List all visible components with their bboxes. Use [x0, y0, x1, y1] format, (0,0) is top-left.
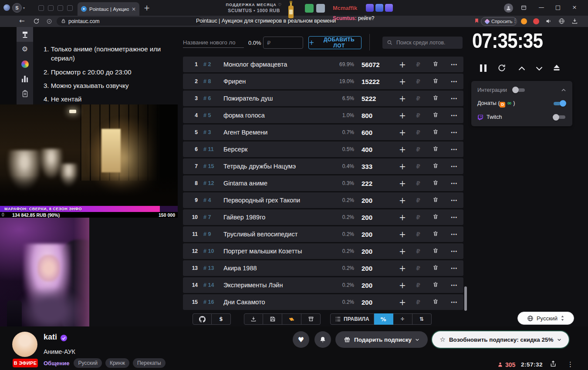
lot-more-button[interactable]: •••	[445, 164, 463, 169]
lot-row[interactable]: 8 # 12 Gintama аниме 0.3% 222 + ₽ •••	[183, 175, 463, 191]
pinned-icon[interactable]	[57, 5, 63, 11]
stream-tag[interactable]: Перекаты	[133, 358, 166, 368]
delete-lot-button[interactable]	[426, 298, 445, 306]
lot-more-button[interactable]: •••	[445, 215, 463, 220]
lot-more-button[interactable]: •••	[445, 300, 463, 305]
extension-icon[interactable]	[533, 18, 539, 24]
lot-row[interactable]: 14 # 14 Эксперименты Лэйн 0.2% 200 + ₽ •…	[183, 277, 463, 293]
lot-row[interactable]: 1 # 2 Монолог фармацевта 69.9% 56072 + ₽…	[183, 57, 463, 72]
close-button[interactable]: ×	[568, 4, 581, 10]
delete-lot-button[interactable]	[426, 281, 445, 289]
sidebar-item-wheel[interactable]	[17, 57, 33, 71]
timer-pause-button[interactable]	[480, 64, 487, 73]
download-icon[interactable]	[571, 18, 578, 26]
kebab-menu-icon[interactable]: ⋮	[512, 17, 518, 24]
collapse-button[interactable]	[561, 87, 566, 93]
bookmark-icon[interactable]	[474, 17, 480, 25]
lot-more-button[interactable]: •••	[445, 232, 463, 237]
back-button[interactable]: ←	[19, 17, 25, 25]
delete-lot-button[interactable]	[426, 94, 445, 102]
currency-button[interactable]: ₽	[410, 112, 426, 119]
delete-lot-button[interactable]	[426, 111, 445, 119]
timer-up-button[interactable]	[517, 66, 526, 73]
github-button[interactable]	[193, 313, 212, 325]
currency-button[interactable]: ₽	[410, 163, 426, 170]
lot-more-button[interactable]: •••	[445, 79, 463, 84]
share-icon[interactable]	[550, 360, 557, 369]
currency-button[interactable]: ₽	[410, 282, 426, 289]
timer-eject-button[interactable]	[552, 64, 561, 73]
timer-restart-button[interactable]	[497, 64, 506, 74]
language-select[interactable]: Русский	[517, 312, 574, 325]
delete-lot-button[interactable]	[426, 61, 445, 68]
delete-lot-button[interactable]	[426, 77, 445, 85]
donations-toggle[interactable]	[553, 100, 566, 107]
scrollbar-thumb[interactable]	[464, 286, 467, 311]
new-lot-name-input[interactable]	[183, 37, 244, 48]
pinned-icon[interactable]	[48, 5, 54, 11]
currency-button[interactable]: ₽	[410, 129, 426, 136]
delete-lot-button[interactable]	[426, 264, 445, 272]
currency-button[interactable]: ₽	[410, 146, 426, 153]
lot-row[interactable]: 10 # 7 Гайвер 1989го 0.2% 200 + ₽ •••	[183, 209, 463, 225]
add-bid-button[interactable]: +	[395, 145, 410, 154]
tab-layout-icon[interactable]	[521, 5, 527, 12]
delete-lot-button[interactable]	[426, 128, 445, 136]
lot-row[interactable]: 5 # 3 Агент Времени 0.7% 600 + ₽ •••	[183, 124, 463, 140]
channel-avatar[interactable]	[12, 332, 37, 357]
donate-button[interactable]: $	[212, 313, 231, 325]
rules-button[interactable]: ПРАВИЛА	[330, 313, 374, 325]
download-lots-button[interactable]	[244, 313, 263, 325]
lot-row[interactable]: 9 # 4 Первородный грех Такопи 0.2% 200 +…	[183, 192, 463, 208]
address-bar[interactable]: pointauc.com	[57, 17, 202, 26]
lot-row[interactable]: 2 # 8 Фрирен 19.0% 15222 + ₽ •••	[183, 74, 463, 89]
sort-button[interactable]: ⇅	[412, 313, 432, 325]
lot-more-button[interactable]: •••	[445, 266, 463, 271]
add-bid-button[interactable]: +	[395, 212, 410, 222]
divide-button[interactable]: ÷	[393, 313, 412, 325]
lot-more-button[interactable]: •••	[445, 181, 463, 186]
currency-button[interactable]: ₽	[410, 248, 426, 255]
lot-more-button[interactable]: •••	[445, 96, 463, 101]
lot-more-button[interactable]: •••	[445, 147, 463, 152]
currency-button[interactable]: ₽	[410, 265, 426, 272]
add-lot-button[interactable]: + ДОБАВИТЬ ЛОТ	[308, 36, 362, 49]
delete-lot-button[interactable]	[426, 230, 445, 238]
stream-tag[interactable]: Кринж	[105, 358, 129, 368]
currency-button[interactable]: ₽	[410, 299, 426, 306]
lot-row[interactable]: 3 # 6 Пожиратель душ 6.5% 5222 + ₽ •••	[183, 91, 463, 106]
lot-search-input[interactable]	[396, 40, 457, 46]
ask-button[interactable]: Спросить	[481, 17, 517, 26]
lot-search[interactable]	[382, 37, 463, 49]
add-bid-button[interactable]: +	[395, 60, 410, 69]
currency-button[interactable]: ₽	[410, 214, 426, 221]
lot-row[interactable]: 11 # 9 Трусливый велосипедист 0.2% 200 +…	[183, 226, 463, 242]
new-lot-amount-input[interactable]	[263, 37, 303, 49]
category-link[interactable]: Общение	[44, 360, 69, 367]
tab-close-icon[interactable]: ×	[132, 6, 136, 12]
percent-mode-button[interactable]: %	[374, 313, 393, 325]
sidebar-item-settings[interactable]: ⚙	[17, 42, 33, 57]
delete-lot-button[interactable]	[426, 162, 445, 170]
add-bid-button[interactable]: +	[395, 128, 410, 137]
delete-lot-button[interactable]	[426, 247, 445, 255]
new-tab-button[interactable]: +	[144, 3, 150, 12]
maximize-button[interactable]: □	[551, 4, 564, 10]
add-bid-button[interactable]: +	[395, 94, 410, 103]
lot-row[interactable]: 7 # 15 Тетрадь дружбы Нацумэ 0.4% 333 + …	[183, 158, 463, 174]
currency-button[interactable]: ₽	[410, 61, 426, 68]
notifications-button[interactable]	[314, 331, 331, 348]
browser-tab[interactable]: Pointauc | Аукцион для ×	[78, 2, 139, 16]
twitch-toggle[interactable]	[553, 114, 566, 121]
sidebar-item-statistics[interactable]	[17, 71, 33, 86]
extensions-icon[interactable]	[46, 18, 52, 26]
lot-row[interactable]: 6 # 11 Берсерк 0.5% 400 + ₽ •••	[183, 141, 463, 157]
add-bid-button[interactable]: +	[395, 229, 410, 239]
add-bid-button[interactable]: +	[395, 178, 410, 188]
candy-button[interactable]	[282, 313, 301, 325]
delete-lot-button[interactable]	[426, 213, 445, 221]
save-button[interactable]	[263, 313, 282, 325]
archive-button[interactable]	[301, 313, 321, 325]
lot-row[interactable]: 4 # 5 форма голоса 1.0% 800 + ₽ •••	[183, 108, 463, 123]
browser-profile-button[interactable]: S ▾	[12, 3, 25, 13]
